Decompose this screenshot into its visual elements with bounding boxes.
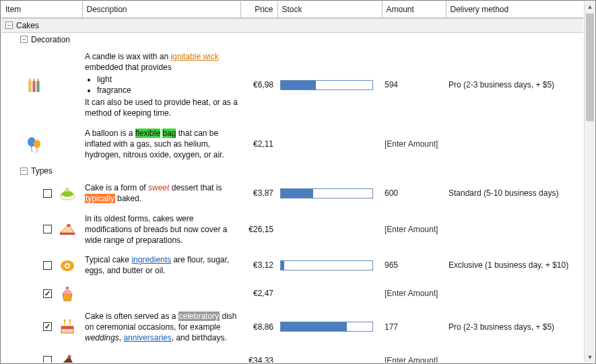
highlight: flexible [135,129,160,138]
expand-icon[interactable]: − [5,22,13,29]
table-row: Cake is a form of sweet dessert that is … [1,178,583,208]
roll-cake-icon [57,255,77,275]
cell-item [1,182,82,205]
candle-icon [24,75,44,95]
table-row: €2,47 [Enter Amount] [1,281,583,306]
group-row-decoration[interactable]: − Decoration [1,33,583,46]
checkbox[interactable] [43,289,52,298]
link-ingredients[interactable]: ingredients [131,255,171,264]
column-header-description[interactable]: Description [82,1,240,17]
scroll-up-icon[interactable]: ▲ [585,1,595,12]
cell-description: A balloon is a flexible bag that can be … [82,124,240,165]
cake-slice-icon [57,219,77,240]
svg-point-7 [34,140,40,148]
cell-price: €26,15 [240,223,277,235]
group-label: Cakes [16,21,39,30]
column-header-item[interactable]: Item [1,1,82,17]
checkbox[interactable] [43,261,52,270]
cell-description: Typical cake ingredients are flour, suga… [82,250,240,280]
cake-icon [57,183,77,203]
column-header-delivery[interactable]: Delivery method [446,1,583,17]
link-anniversaries[interactable]: anniversaries [123,333,171,342]
birthday-cake-icon [57,317,77,337]
cell-stock [277,79,382,92]
svg-point-20 [69,319,71,321]
group-row-types[interactable]: − Types [1,164,583,178]
expand-icon[interactable]: − [20,168,28,175]
table-row: A candle is wax with an ignitable wick e… [1,46,583,123]
checkbox[interactable] [43,225,52,233]
cell-amount[interactable]: 594 [382,79,446,91]
svg-point-10 [67,224,71,227]
group-row-cakes[interactable]: − Cakes [1,18,583,33]
svg-rect-2 [37,81,39,92]
grid-viewport: Item Description Price Stock Amount Deli… [1,1,583,363]
svg-point-21 [68,355,71,358]
cell-amount[interactable]: 965 [382,259,446,271]
table-row: A balloon is a flexible bag that can be … [1,123,583,165]
group-label: Types [31,166,53,176]
group-label: Decoration [31,35,70,44]
cell-stock [277,187,382,200]
cell-item [1,133,82,155]
column-header-amount[interactable]: Amount [382,1,446,17]
cell-price: €2,47 [240,287,277,299]
svg-rect-18 [69,321,71,326]
cell-amount[interactable]: [Enter Amount] [382,223,446,235]
grid-body: − Cakes − Decoration A candle is wax [1,18,583,363]
cell-amount[interactable]: [Enter Amount] [382,355,446,363]
cell-description: A candle is wax with an ignitable wick e… [82,47,240,123]
choco-cake-icon [57,351,77,363]
checkbox[interactable] [43,189,52,198]
stock-bar [280,80,373,90]
cell-price: €6,98 [240,79,277,91]
grid-frame: Item Description Price Stock Amount Deli… [0,0,596,364]
stock-fill [281,81,316,89]
cell-amount[interactable]: 600 [382,187,446,199]
expand-icon[interactable]: − [20,36,28,43]
cell-price: €3,12 [240,259,277,271]
cell-description: Cake is a form of sweet dessert that is … [82,178,240,208]
cell-delivery[interactable]: Pro (2-3 business days, + $5) [446,321,583,333]
table-row: Typical cake ingredients are flour, suga… [1,250,583,280]
scroll-down-icon[interactable]: ▼ [585,352,595,363]
cell-delivery[interactable]: Exclusive (1 business day, + $10) [446,259,583,271]
cell-item [1,73,82,96]
svg-point-9 [65,188,69,192]
cell-price: €3,87 [240,187,277,199]
cell-delivery[interactable]: Standard (5-10 business days) [446,187,583,199]
cell-delivery[interactable]: Pro (2-3 business days, + $5) [446,79,583,91]
list-item: fragrance [97,85,238,96]
svg-point-19 [64,319,66,321]
cell-amount[interactable]: [Enter Amount] [382,287,446,299]
cell-delivery[interactable] [446,143,583,145]
svg-point-3 [29,79,31,82]
column-header-price[interactable]: Price [240,1,277,17]
svg-rect-0 [29,81,31,92]
scroll-thumb[interactable] [586,13,594,121]
svg-rect-1 [33,81,35,92]
svg-point-14 [66,287,69,289]
cell-stock [277,143,382,145]
table-row: Cake is often served as a celebratory di… [1,306,583,348]
table-row: In its oldest forms, cakes were modifica… [1,209,583,250]
list-item: light [97,74,238,85]
cell-amount[interactable]: 177 [382,321,446,333]
highlight: bag [162,129,176,138]
table-row: €34,33 [Enter Amount] [1,347,583,363]
vertical-scrollbar[interactable]: ▲ ▼ [584,1,595,363]
svg-rect-17 [64,321,65,326]
link-ignitable-wick[interactable]: ignitable wick [170,52,218,61]
svg-point-4 [33,79,35,82]
stock-bar [280,188,373,198]
svg-point-5 [37,79,39,82]
balloon-icon [24,134,44,154]
cell-price: €34,33 [240,355,277,363]
column-header-stock[interactable]: Stock [277,1,382,17]
checkbox[interactable] [43,356,52,363]
checkbox[interactable] [43,322,52,331]
stock-bar [280,322,373,332]
cell-amount[interactable]: [Enter Amount] [382,138,446,150]
cell-price: €8,86 [240,321,277,333]
cupcake-icon [57,283,77,303]
